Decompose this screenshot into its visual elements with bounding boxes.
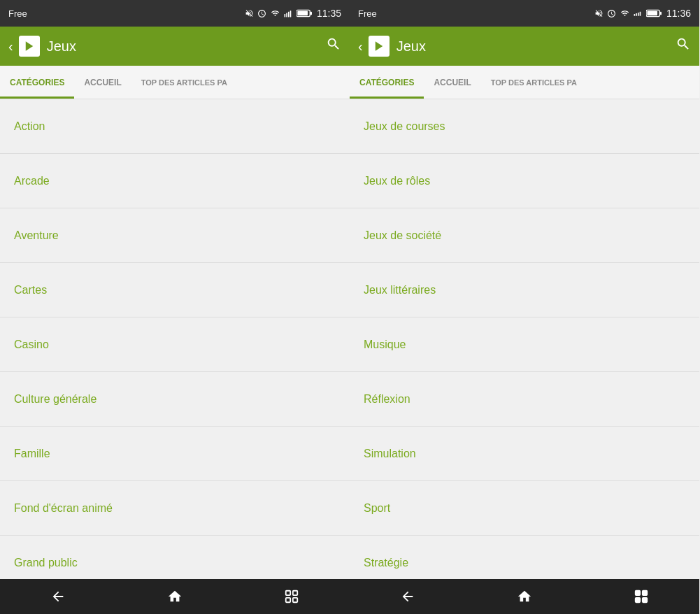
category-label: Arcade [14,175,50,187]
search-button-right[interactable] [676,36,691,56]
status-icons-right: 11:36 [594,8,691,19]
list-item[interactable]: Jeux de rôles [350,154,699,208]
category-list-left: ActionArcadeAventureCartesCasinoCulture … [0,99,350,579]
signal-icon-right [634,9,643,18]
svg-rect-17 [647,11,657,15]
carrier-text-right: Free [358,8,377,19]
svg-rect-10 [292,598,297,602]
list-item[interactable]: Musique [350,317,699,372]
category-list-right: Jeux de coursesJeux de rôlesJeux de soci… [350,99,699,579]
tab-accueil-right[interactable]: ACCUEIL [424,66,480,99]
svg-rect-16 [660,12,662,15]
list-item[interactable]: Fond d'écran animé [0,481,350,536]
nav-recents-left[interactable] [274,583,309,611]
nav-recents-right[interactable] [624,583,659,611]
category-label: Action [14,120,45,133]
svg-rect-6 [297,11,308,15]
svg-rect-0 [284,14,285,17]
status-bar-right: Free 11:36 [350,0,699,27]
wifi-icon-left [270,9,280,17]
list-item[interactable]: Cartes [0,263,350,317]
play-store-icon-left [23,40,36,52]
list-item[interactable]: Jeux de courses [350,99,699,154]
tab-top-right[interactable]: TOP DES ARTICLES PA [481,66,587,99]
tab-accueil-left[interactable]: ACCUEIL [74,66,131,99]
category-label: Sport [364,502,390,515]
list-item[interactable]: Réflexion [350,372,699,427]
app-header-right: ‹ Jeux [350,27,699,66]
nav-home-right[interactable] [507,583,542,611]
battery-icon-left [297,9,312,17]
svg-rect-11 [634,14,635,16]
category-label: Jeux de société [364,229,441,242]
list-item[interactable]: Grand public [0,536,350,579]
wifi-icon-right [620,9,630,17]
clock-icon-right [607,9,616,18]
nav-back-left[interactable] [41,583,76,611]
list-item[interactable]: Culture générale [0,372,350,427]
category-label: Grand public [14,557,78,569]
category-label: Jeux littéraires [364,284,436,297]
list-item[interactable]: Jeux de société [350,208,699,263]
list-item[interactable]: Jeux littéraires [350,263,699,317]
category-label: Culture générale [14,393,97,406]
category-label: Stratégie [364,557,408,569]
svg-rect-20 [635,598,639,602]
category-label: Casino [14,338,49,351]
svg-rect-8 [292,591,297,595]
list-item[interactable]: Aventure [0,208,350,263]
category-label: Simulation [364,448,416,460]
list-item[interactable]: Casino [0,317,350,372]
clock-icon-left [257,9,266,18]
svg-rect-14 [640,11,641,15]
battery-icon-right [646,9,662,17]
nav-home-left[interactable] [157,583,192,611]
search-button-left[interactable] [326,36,341,56]
back-button-right[interactable]: ‹ [358,38,363,55]
svg-rect-21 [642,598,646,602]
tab-bar-left: CATÉGORIES ACCUEIL TOP DES ARTICLES PA [0,66,350,99]
svg-rect-18 [635,591,639,595]
time-text-right: 11:36 [666,8,691,19]
category-label: Réflexion [364,393,410,406]
back-button-left[interactable]: ‹ [8,38,13,55]
svg-rect-19 [642,591,646,595]
category-label: Fond d'écran animé [14,502,113,515]
list-item[interactable]: Sport [350,481,699,536]
list-item[interactable]: Simulation [350,427,699,481]
status-icons-left: 11:35 [245,8,341,19]
category-label: Aventure [14,229,59,242]
bottom-nav-right [350,579,699,614]
carrier-text-left: Free [8,8,27,19]
nav-back-right[interactable] [390,583,425,611]
time-text-left: 11:35 [317,8,341,19]
panel-left: Free 11:35 ‹ Jeux [0,0,350,614]
svg-rect-12 [636,13,637,15]
carrier-left: Free [8,8,27,19]
svg-rect-2 [288,11,290,17]
tab-categories-right[interactable]: CATÉGORIES [350,66,424,99]
svg-rect-13 [638,12,639,15]
list-item[interactable]: Action [0,99,350,154]
category-label: Famille [14,448,50,460]
carrier-right: Free [358,8,377,19]
list-item[interactable]: Famille [0,427,350,481]
mute-icon-right [594,8,603,18]
status-bar-left: Free 11:35 [0,0,350,27]
app-title-right: Jeux [397,38,676,55]
signal-icon-left [284,9,293,18]
list-item[interactable]: Arcade [0,154,350,208]
tab-categories-left[interactable]: CATÉGORIES [0,66,74,99]
panel-right: Free 11:36 ‹ Jeu [350,0,699,614]
bottom-nav-left [0,579,350,614]
svg-rect-7 [285,591,290,595]
tab-bar-right: CATÉGORIES ACCUEIL TOP DES ARTICLES PA [350,66,699,99]
category-label: Jeux de courses [364,120,445,133]
tab-top-left[interactable]: TOP DES ARTICLES PA [131,66,237,99]
list-item[interactable]: Stratégie [350,536,699,579]
app-title-left: Jeux [47,38,326,55]
play-store-icon-right [373,40,385,52]
svg-rect-5 [310,12,312,15]
svg-rect-3 [290,10,292,17]
mute-icon-left [245,8,254,18]
